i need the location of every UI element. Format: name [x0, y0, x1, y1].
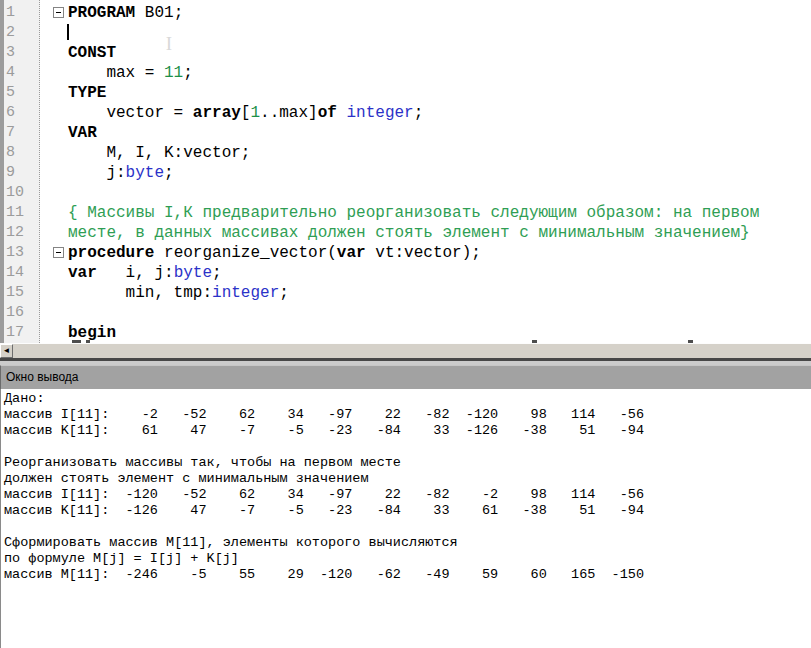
line-number: 8 [6, 143, 39, 163]
fold-collapse-icon[interactable] [53, 7, 64, 18]
scroll-left-button[interactable]: ◄ [0, 344, 13, 358]
code-line[interactable]: месте, в данных массивах должен стоять э… [68, 223, 811, 243]
output-line: массив K[11]: 61 47 -7 -5 -23 -84 33 -12… [4, 423, 811, 439]
code-line[interactable]: procedure reorganize_vector(var vt:vecto… [68, 243, 811, 263]
output-line: Реорганизовать массивы так, чтобы на пер… [4, 455, 811, 471]
output-line: массив I[11]: -120 -52 62 34 -97 22 -82 … [4, 487, 811, 503]
line-number: 1 [6, 3, 39, 23]
code-line[interactable]: VAR [68, 123, 811, 143]
line-number: 12 [6, 223, 39, 243]
code-line[interactable] [68, 303, 811, 323]
line-number: 7 [6, 123, 39, 143]
line-number: 13 [6, 243, 39, 263]
code-editor[interactable]: 1234567891011121314151617 PROGRAM B01; C… [0, 0, 811, 343]
output-line: массив I[11]: -2 -52 62 34 -97 22 -82 -1… [4, 407, 811, 423]
line-number: 4 [6, 63, 39, 83]
code-line[interactable]: vector = array[1..max]of integer; [68, 103, 811, 123]
line-number: 10 [6, 183, 39, 203]
left-arrow-icon: ◄ [3, 346, 11, 355]
output-line: Дано: [4, 391, 811, 407]
code-line[interactable]: M, I, K:vector; [68, 143, 811, 163]
code-line[interactable]: TYPE [68, 83, 811, 103]
code-line[interactable]: var i, j:byte; [68, 263, 811, 283]
code-line[interactable]: CONST [68, 43, 811, 63]
code-line[interactable]: min, tmp:integer; [68, 283, 811, 303]
output-line: должен стоять элемент с минимальным знач… [4, 471, 811, 487]
code-line[interactable]: PROGRAM B01; [68, 3, 811, 23]
code-line[interactable] [68, 23, 811, 43]
output-line: массив K[11]: -126 47 -7 -5 -23 -84 33 6… [4, 503, 811, 519]
line-number: 3 [6, 43, 39, 63]
line-number: 15 [6, 283, 39, 303]
code-line[interactable]: max = 11; [68, 63, 811, 83]
output-window-titlebar: Окно вывода [0, 365, 811, 389]
code-line[interactable]: { Массивы I,К предварительно реорганизов… [68, 203, 811, 223]
line-number: 14 [6, 263, 39, 283]
line-number: 17 [6, 323, 39, 343]
output-window: Дано:массив I[11]: -2 -52 62 34 -97 22 -… [0, 389, 811, 648]
line-number: 16 [6, 303, 39, 323]
code-area[interactable]: PROGRAM B01; CONST max = 11;TYPE vector … [41, 0, 811, 343]
line-number: 11 [6, 203, 39, 223]
ibeam-cursor-icon: I [162, 34, 176, 54]
horizontal-scrollbar[interactable]: ◄ [0, 343, 811, 358]
output-line [4, 439, 811, 455]
line-number: 9 [6, 163, 39, 183]
output-line [4, 519, 811, 535]
code-line[interactable]: begin [68, 323, 811, 343]
line-number: 6 [6, 103, 39, 123]
output-line: массив M[11]: -246 -5 55 29 -120 -62 -49… [4, 567, 811, 583]
text-caret [67, 24, 69, 40]
output-window-title: Окно вывода [6, 370, 79, 384]
output-line: по формуле M[j] = I[j] + K[j] [4, 551, 811, 567]
line-number-gutter[interactable]: 1234567891011121314151617 [4, 0, 40, 343]
line-number: 5 [6, 83, 39, 103]
output-line: Сформировать массив M[11], элементы кото… [4, 535, 811, 551]
fold-collapse-icon[interactable] [53, 247, 64, 258]
code-line[interactable]: j:byte; [68, 163, 811, 183]
line-number: 2 [6, 23, 39, 43]
code-line[interactable] [68, 183, 811, 203]
